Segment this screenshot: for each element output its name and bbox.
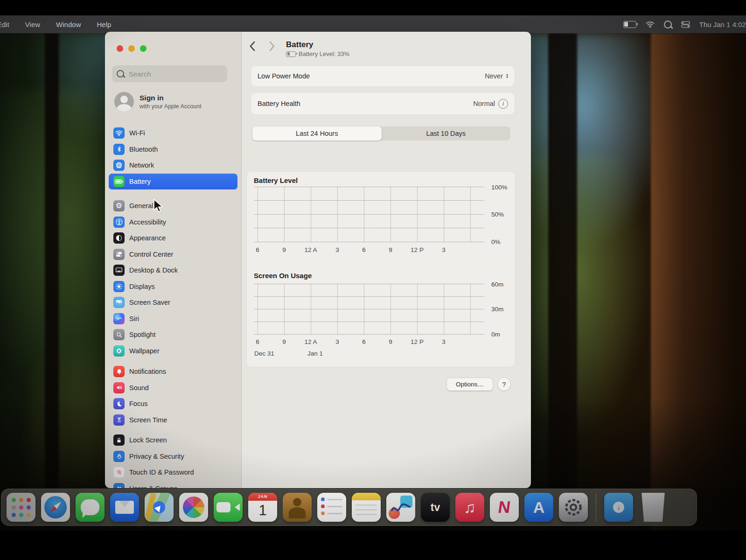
page-title: Battery bbox=[286, 40, 314, 49]
contacts-icon[interactable] bbox=[283, 493, 312, 522]
sidebar-item-touch-id[interactable]: Touch ID & Password bbox=[109, 464, 237, 480]
screen-on-usage-chart bbox=[254, 284, 484, 335]
x-tick: 3 bbox=[433, 338, 454, 345]
battery-health-label: Battery Health bbox=[258, 100, 300, 107]
music-note: ♫ bbox=[464, 498, 476, 517]
sidebar-item-displays[interactable]: Displays bbox=[109, 279, 237, 294]
maps-icon[interactable] bbox=[145, 493, 174, 522]
sidebar-item-users-groups[interactable]: Users & Groups bbox=[109, 481, 237, 489]
magnifier-icon bbox=[113, 329, 125, 340]
freeform-icon[interactable] bbox=[386, 493, 415, 522]
sidebar-item-desktop-dock[interactable]: Desktop & Dock bbox=[109, 262, 237, 278]
sidebar-item-lock-screen[interactable]: Lock Screen bbox=[109, 432, 237, 448]
options-button[interactable]: Options… bbox=[447, 378, 493, 391]
sidebar-item-label: Focus bbox=[129, 400, 148, 407]
control-center-icon[interactable] bbox=[681, 21, 690, 28]
forward-button[interactable] bbox=[269, 41, 275, 51]
sidebar-item-network[interactable]: Network bbox=[109, 157, 237, 173]
menu-view[interactable]: View bbox=[25, 21, 40, 28]
sidebar-item-label: Siri bbox=[129, 315, 139, 322]
info-icon[interactable]: i bbox=[498, 99, 508, 109]
system-settings-icon[interactable] bbox=[559, 493, 588, 522]
sidebar-item-label: Wi-Fi bbox=[129, 129, 145, 137]
sidebar-item-label: Privacy & Security bbox=[129, 453, 184, 460]
sidebar-item-sound[interactable]: Sound bbox=[109, 380, 237, 396]
menu-edit[interactable]: Edit bbox=[0, 21, 9, 28]
sidebar-item-notifications[interactable]: Notifications bbox=[109, 364, 237, 379]
trash-icon[interactable] bbox=[639, 493, 668, 522]
search-icon bbox=[117, 70, 124, 77]
sidebar-item-screen-saver[interactable]: Screen Saver bbox=[109, 294, 237, 310]
search-icon[interactable] bbox=[664, 21, 672, 28]
photos-icon[interactable] bbox=[179, 493, 208, 522]
menu-bar-clock[interactable]: Thu Jan 1 4:02 P bbox=[699, 21, 746, 28]
reminders-icon[interactable] bbox=[317, 493, 346, 522]
speech-bubble bbox=[81, 499, 99, 515]
help-button[interactable]: ? bbox=[498, 378, 510, 391]
news-icon[interactable]: N bbox=[490, 493, 519, 522]
sidebar-item-label: Wallpaper bbox=[129, 347, 160, 355]
low-power-mode-label: Low Power Mode bbox=[258, 72, 310, 80]
app-store-icon[interactable]: A bbox=[524, 493, 553, 522]
search-input[interactable] bbox=[128, 70, 214, 78]
page-subtitle: Battery Level: 33% bbox=[286, 50, 349, 57]
wifi-icon[interactable] bbox=[646, 21, 655, 28]
chevron-up-down-icon: ▴▾ bbox=[506, 73, 508, 79]
reminder-row bbox=[321, 511, 342, 515]
calendar-day: 1 bbox=[248, 501, 277, 520]
nav-arrow bbox=[153, 501, 165, 513]
battery-health-value: Normal bbox=[473, 100, 495, 107]
sidebar-item-wifi[interactable]: Wi-Fi bbox=[109, 125, 237, 141]
apple-tv-icon[interactable]: tv bbox=[421, 493, 450, 522]
notes-icon[interactable] bbox=[352, 493, 381, 522]
messages-icon[interactable] bbox=[76, 493, 105, 522]
back-button[interactable] bbox=[249, 41, 256, 51]
sign-in-row[interactable]: Sign in with your Apple Account bbox=[114, 89, 233, 115]
users-icon bbox=[113, 483, 125, 489]
low-power-mode-select[interactable]: Never ▴▾ bbox=[485, 72, 508, 80]
y-tick: 100% bbox=[491, 184, 508, 191]
sidebar-item-label: Lock Screen bbox=[129, 436, 167, 444]
sidebar-item-label: Notifications bbox=[129, 368, 166, 375]
safari-icon[interactable] bbox=[41, 493, 70, 522]
sidebar-item-label: Control Center bbox=[129, 251, 173, 258]
sidebar-item-focus[interactable]: Focus bbox=[109, 396, 237, 412]
sidebar-item-accessibility[interactable]: Accessibility bbox=[109, 214, 237, 230]
tab-last-10-days[interactable]: Last 10 Days bbox=[382, 126, 511, 140]
sidebar-item-screen-time[interactable]: Screen Time bbox=[109, 412, 237, 428]
zoom-button[interactable] bbox=[140, 45, 146, 52]
sidebar-item-label: Bluetooth bbox=[129, 146, 158, 153]
facetime-icon[interactable] bbox=[214, 493, 243, 522]
music-icon[interactable]: ♫ bbox=[455, 493, 484, 522]
calendar-icon[interactable]: JAN 1 bbox=[248, 493, 277, 522]
sidebar-item-general[interactable]: ⚙ General bbox=[109, 198, 237, 214]
battery-level-icon bbox=[286, 51, 296, 57]
menu-help[interactable]: Help bbox=[97, 21, 111, 28]
close-button[interactable] bbox=[117, 45, 123, 52]
squiggle bbox=[390, 500, 411, 514]
reminder-row bbox=[321, 497, 342, 501]
y-tick: 30m bbox=[491, 306, 503, 313]
battery-icon[interactable] bbox=[623, 21, 636, 28]
sidebar-item-bluetooth[interactable]: Bluetooth bbox=[109, 141, 237, 157]
sidebar-item-appearance[interactable]: Appearance bbox=[109, 230, 237, 246]
launchpad-icon[interactable] bbox=[7, 493, 35, 522]
sidebar-item-wallpaper[interactable]: Wallpaper bbox=[109, 343, 237, 359]
menu-window[interactable]: Window bbox=[56, 21, 81, 28]
x-tick: 3 bbox=[327, 246, 348, 253]
minimize-button[interactable] bbox=[128, 45, 135, 52]
system-settings-window: Sign in with your Apple Account Wi-Fi Bl… bbox=[105, 32, 531, 488]
downloads-folder-icon[interactable]: ↓ bbox=[604, 493, 633, 522]
sidebar-item-label: Desktop & Dock bbox=[129, 266, 178, 274]
menu-bar: Edit View Window Help Thu Jan 1 4:02 P bbox=[0, 15, 746, 33]
avatar bbox=[114, 92, 134, 112]
sidebar-item-battery[interactable]: Battery bbox=[109, 174, 237, 189]
x-tick: 12 A bbox=[300, 246, 321, 253]
sidebar-item-siri[interactable]: Siri bbox=[109, 311, 237, 327]
sidebar-item-control-center[interactable]: Control Center bbox=[109, 246, 237, 262]
x-tick: 3 bbox=[327, 338, 348, 345]
sidebar-item-spotlight[interactable]: Spotlight bbox=[109, 327, 237, 343]
tab-last-24-hours[interactable]: Last 24 Hours bbox=[252, 126, 382, 140]
sidebar-item-privacy-security[interactable]: Privacy & Security bbox=[109, 448, 237, 464]
mail-icon[interactable] bbox=[110, 493, 139, 522]
